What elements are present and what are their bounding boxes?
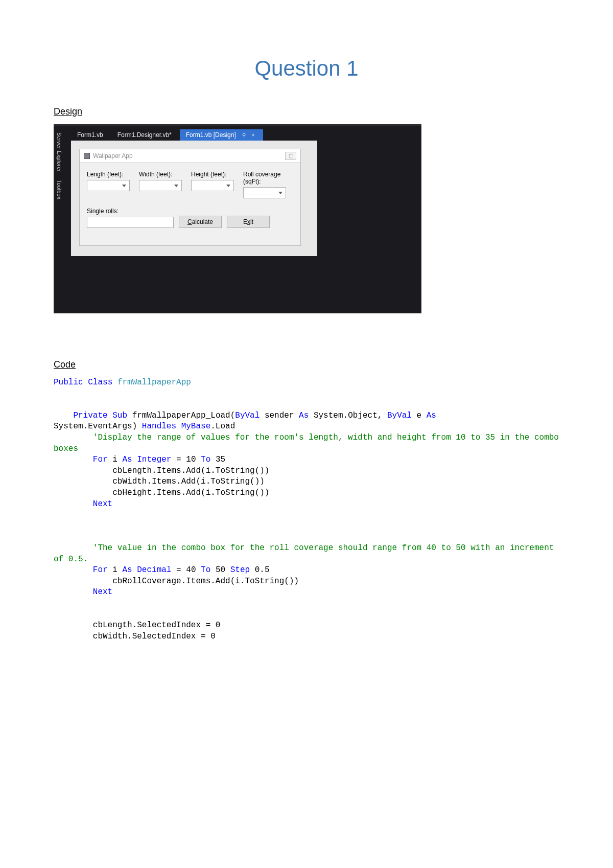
design-surface: Wallpaper App ⬚ Length (feet): Width (fe…	[71, 141, 317, 256]
tab-form1-design[interactable]: Form1.vb [Design] ⚲ ×	[180, 129, 263, 141]
field-width: Width (feet):	[139, 171, 182, 198]
combo-roll[interactable]	[243, 187, 286, 198]
field-roll: Roll coverage (sqFt):	[243, 171, 293, 198]
page-root: Question 1 Design Server Explorer Toolbo…	[0, 0, 613, 673]
output-single-rolls	[87, 217, 174, 228]
field-length: Length (feet):	[87, 171, 130, 198]
label-width: Width (feet):	[139, 171, 182, 178]
design-heading: Design	[54, 106, 559, 117]
combo-width[interactable]	[139, 180, 182, 191]
combo-length[interactable]	[87, 180, 130, 191]
tab-form1-vb[interactable]: Form1.vb	[71, 129, 111, 141]
exit-button[interactable]: Exit	[227, 216, 270, 228]
label-length: Length (feet):	[87, 171, 130, 178]
field-single-rolls: Single rolls:	[87, 208, 174, 228]
close-icon[interactable]: ×	[252, 132, 255, 138]
page-title: Question 1	[54, 56, 559, 81]
sidetab-server-explorer[interactable]: Server Explorer	[55, 129, 64, 175]
code-heading: Code	[54, 359, 559, 370]
window-max-button[interactable]: ⬚	[285, 152, 296, 160]
form-title: Wallpaper App	[93, 152, 133, 159]
combo-height[interactable]	[191, 180, 234, 191]
ide-side-panel: Server Explorer Toolbox	[55, 129, 64, 203]
field-height: Height (feet):	[191, 171, 234, 198]
tab-label: Form1.vb [Design]	[186, 131, 236, 139]
app-icon	[84, 153, 90, 159]
sidetab-toolbox[interactable]: Toolbox	[55, 177, 64, 202]
label-height: Height (feet):	[191, 171, 234, 178]
ide-screenshot: Server Explorer Toolbox Form1.vb Form1.D…	[54, 124, 421, 313]
pin-icon[interactable]: ⚲	[242, 132, 246, 138]
code-block: Public Class frmWallpaperApp Private Sub…	[54, 377, 559, 642]
doc-tabstrip: Form1.vb Form1.Designer.vb* Form1.vb [De…	[71, 129, 421, 141]
tab-form1-designer[interactable]: Form1.Designer.vb*	[111, 129, 180, 141]
label-roll: Roll coverage (sqFt):	[243, 171, 293, 185]
form-titlebar: Wallpaper App ⬚	[80, 149, 300, 163]
label-single: Single rolls:	[87, 208, 174, 215]
form-body: Length (feet): Width (feet): Height (fee…	[80, 163, 300, 233]
calculate-button[interactable]: Calculate	[179, 216, 222, 228]
wallpaper-form: Wallpaper App ⬚ Length (feet): Width (fe…	[79, 149, 301, 246]
